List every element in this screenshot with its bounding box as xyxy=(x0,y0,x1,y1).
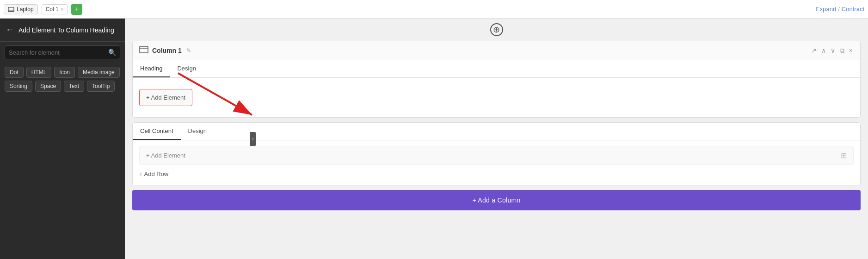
cell-add-element-label: + Add Element xyxy=(146,152,185,159)
expand-link[interactable]: Expand xyxy=(816,6,836,13)
svg-rect-0 xyxy=(8,7,14,11)
tag-text[interactable]: Text xyxy=(64,81,84,92)
copy-button[interactable]: ⧉ xyxy=(839,47,845,55)
tab-cell-design[interactable]: Design xyxy=(181,123,214,140)
search-input[interactable] xyxy=(9,49,108,56)
laptop-tab-label: Laptop xyxy=(17,6,34,13)
contract-link[interactable]: Contract xyxy=(842,6,864,13)
svg-rect-2 xyxy=(140,46,148,53)
add-column-button[interactable]: + Add a Column xyxy=(132,190,861,210)
element-tags: Dot HTML Icon Media image Sorting Space … xyxy=(0,63,125,95)
add-element-button[interactable]: + Add Element xyxy=(139,89,192,106)
tag-sorting[interactable]: Sorting xyxy=(5,81,32,92)
add-circle-area: ⊕ xyxy=(132,23,861,36)
collapse-up-button[interactable]: ∧ xyxy=(820,47,827,54)
column-panel-body: + Add Element xyxy=(133,78,860,117)
col1-tab[interactable]: Col 1 × xyxy=(42,4,68,14)
cell-panel: Cell Content Design + Add Element ⊞ + Ad… xyxy=(132,122,861,185)
grid-icon: ⊞ xyxy=(841,151,847,160)
laptop-tab[interactable]: Laptop xyxy=(4,4,38,14)
expand-contract-controls: Expand / Contract xyxy=(816,6,864,13)
sidebar-header: ← Add Element To Column Heading xyxy=(0,19,125,42)
cell-panel-body: + Add Element ⊞ + Add Row xyxy=(133,140,860,185)
back-button[interactable]: ← xyxy=(6,25,14,35)
close-panel-button[interactable]: × xyxy=(848,47,854,54)
add-circle-button[interactable]: ⊕ xyxy=(490,23,503,36)
slash-separator: / xyxy=(838,6,840,13)
tag-media-image[interactable]: Media image xyxy=(78,67,120,78)
tab-cell-content[interactable]: Cell Content xyxy=(133,123,181,140)
tab-heading[interactable]: Heading xyxy=(133,60,170,77)
panel-controls: ↗ ∧ ∨ ⧉ × xyxy=(810,47,854,55)
column-panel: Column 1 ✎ ↗ ∧ ∨ ⧉ × Heading Design + Ad… xyxy=(132,41,861,118)
tag-space[interactable]: Space xyxy=(35,81,61,92)
column-panel-tabs: Heading Design xyxy=(133,60,860,78)
col1-tab-label: Col 1 xyxy=(46,6,59,13)
tab-design[interactable]: Design xyxy=(170,60,203,77)
content-area: ⊕ Column 1 ✎ ↗ ∧ ∨ ⧉ xyxy=(125,19,868,259)
search-icon: 🔍 xyxy=(108,49,116,56)
sidebar-toggle-button[interactable]: ‹ xyxy=(250,132,256,146)
column-panel-title: Column 1 xyxy=(152,47,182,54)
column-panel-header: Column 1 ✎ ↗ ∧ ∨ ⧉ × xyxy=(133,41,860,60)
sidebar-title: Add Element To Column Heading xyxy=(18,26,114,34)
tag-tooltip[interactable]: ToolTip xyxy=(87,81,115,92)
sidebar: ← Add Element To Column Heading 🔍 Dot HT… xyxy=(0,19,125,259)
cell-panel-tabs: Cell Content Design xyxy=(133,123,860,140)
tag-icon[interactable]: Icon xyxy=(54,67,75,78)
add-tab-button[interactable]: + xyxy=(71,4,82,15)
collapse-down-button[interactable]: ∨ xyxy=(830,47,836,54)
column-icon xyxy=(139,46,148,55)
tag-html[interactable]: HTML xyxy=(26,67,52,78)
edit-icon[interactable]: ✎ xyxy=(186,47,191,54)
main-layout: ← Add Element To Column Heading 🔍 Dot HT… xyxy=(0,19,868,259)
top-bar: Laptop Col 1 × + Expand / Contract xyxy=(0,0,868,19)
col1-tab-close[interactable]: × xyxy=(61,6,63,12)
cell-add-element-zone[interactable]: + Add Element ⊞ xyxy=(139,146,854,165)
search-box: 🔍 xyxy=(5,45,120,59)
minimize-button[interactable]: ↗ xyxy=(810,47,818,54)
tag-dot[interactable]: Dot xyxy=(5,67,24,78)
add-row-button[interactable]: + Add Row xyxy=(139,169,168,179)
